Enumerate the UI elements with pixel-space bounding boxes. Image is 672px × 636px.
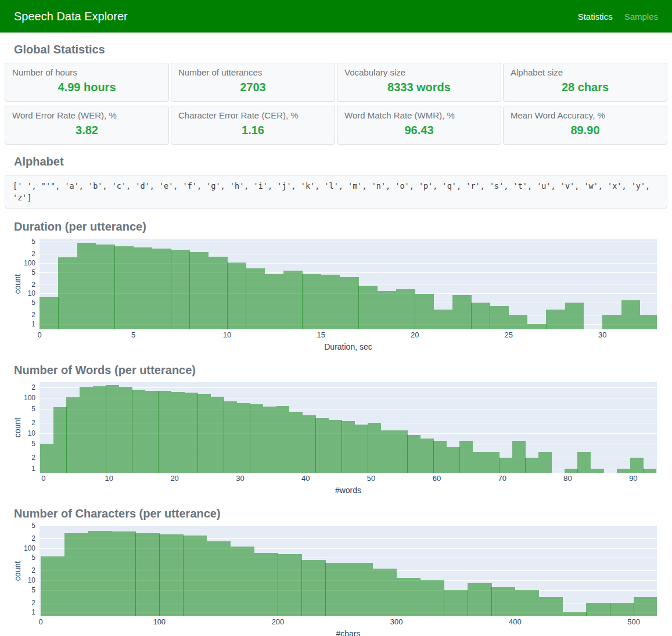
histogram-bar[interactable] <box>565 469 578 473</box>
histogram-bar[interactable] <box>358 286 378 329</box>
histogram-bar[interactable] <box>301 560 325 616</box>
histogram-bar[interactable] <box>621 300 641 329</box>
histogram-bar[interactable] <box>197 394 211 473</box>
histogram-bar[interactable] <box>302 274 321 329</box>
histogram-bar[interactable] <box>512 441 526 473</box>
histogram-bar[interactable] <box>265 274 284 329</box>
histogram-plot[interactable] <box>39 526 657 616</box>
histogram-bar[interactable] <box>53 407 67 473</box>
histogram-bar[interactable] <box>539 597 563 616</box>
histogram-bar[interactable] <box>246 268 265 329</box>
histogram-plot[interactable] <box>39 382 657 473</box>
histogram-bar[interactable] <box>231 547 254 616</box>
histogram-bar[interactable] <box>80 387 93 473</box>
histogram-bar[interactable] <box>250 404 263 473</box>
histogram-bar[interactable] <box>565 303 584 329</box>
histogram-bar[interactable] <box>447 447 460 473</box>
histogram-bar[interactable] <box>283 271 303 329</box>
histogram-bar[interactable] <box>515 590 539 616</box>
histogram-bar[interactable] <box>602 315 621 329</box>
histogram-bar[interactable] <box>114 246 134 329</box>
histogram-bar[interactable] <box>486 452 499 473</box>
histogram-bar[interactable] <box>189 252 209 329</box>
histogram-bar[interactable] <box>315 418 329 473</box>
histogram-bar[interactable] <box>630 458 644 473</box>
histogram-bar[interactable] <box>134 247 153 329</box>
histogram-bar[interactable] <box>88 531 112 616</box>
histogram-bar[interactable] <box>407 435 421 473</box>
histogram-bar[interactable] <box>610 603 634 616</box>
histogram-bar[interactable] <box>39 297 59 329</box>
histogram-bar[interactable] <box>355 425 368 473</box>
histogram-bar[interactable] <box>473 452 486 473</box>
histogram-bar[interactable] <box>577 452 591 473</box>
histogram-bar[interactable] <box>452 295 472 329</box>
histogram-bar[interactable] <box>421 580 444 616</box>
histogram-bar[interactable] <box>325 563 349 616</box>
histogram-bar[interactable] <box>183 536 207 616</box>
histogram-bar[interactable] <box>224 401 237 473</box>
histogram-bar[interactable] <box>591 469 604 473</box>
histogram-bar[interactable] <box>640 315 657 329</box>
histogram-bar[interactable] <box>135 533 159 616</box>
histogram-bar[interactable] <box>396 289 415 329</box>
nav-link-statistics[interactable]: Statistics <box>578 12 613 21</box>
histogram-bar[interactable] <box>207 541 231 616</box>
histogram-bar[interactable] <box>159 534 183 616</box>
histogram-bar[interactable] <box>41 556 64 616</box>
histogram-bar[interactable] <box>349 563 373 616</box>
histogram-bar[interactable] <box>96 245 115 329</box>
histogram-bar[interactable] <box>152 249 171 329</box>
histogram-bar[interactable] <box>499 458 512 473</box>
histogram-bar[interactable] <box>433 441 447 473</box>
histogram-plot[interactable] <box>39 239 657 329</box>
histogram-bar[interactable] <box>209 257 228 329</box>
histogram-bar[interactable] <box>643 469 656 473</box>
histogram-bar[interactable] <box>378 291 397 329</box>
histogram-bar[interactable] <box>368 423 381 473</box>
histogram-bar[interactable] <box>617 469 630 473</box>
histogram-bar[interactable] <box>158 391 171 473</box>
histogram-bar[interactable] <box>58 257 77 329</box>
histogram-bar[interactable] <box>415 294 434 330</box>
histogram-bar[interactable] <box>342 421 355 473</box>
histogram-bar[interactable] <box>171 392 185 473</box>
histogram-bar[interactable] <box>64 533 88 616</box>
histogram-bar[interactable] <box>329 420 342 473</box>
histogram-bar[interactable] <box>40 444 53 473</box>
histogram-bar[interactable] <box>254 553 278 616</box>
histogram-bar[interactable] <box>471 303 490 329</box>
histogram-bar[interactable] <box>397 578 421 616</box>
histogram-bar[interactable] <box>77 243 96 329</box>
histogram-bar[interactable] <box>278 554 301 616</box>
histogram-bar[interactable] <box>525 458 538 473</box>
histogram-bar[interactable] <box>538 452 552 473</box>
histogram-bar[interactable] <box>211 397 224 473</box>
histogram-bar[interactable] <box>145 391 159 473</box>
histogram-bar[interactable] <box>468 583 491 616</box>
histogram-bar[interactable] <box>237 403 250 473</box>
histogram-bar[interactable] <box>119 387 132 473</box>
histogram-bar[interactable] <box>444 590 468 616</box>
histogram-bar[interactable] <box>527 324 547 329</box>
histogram-bar[interactable] <box>263 407 276 473</box>
nav-link-samples[interactable]: Samples <box>624 12 658 21</box>
histogram-bar[interactable] <box>634 597 657 616</box>
histogram-bar[interactable] <box>563 612 587 616</box>
histogram-bar[interactable] <box>421 439 434 473</box>
histogram-bar[interactable] <box>185 393 198 473</box>
histogram-bar[interactable] <box>459 441 473 473</box>
histogram-bar[interactable] <box>546 310 565 329</box>
histogram-bar[interactable] <box>289 412 303 473</box>
histogram-bar[interactable] <box>394 430 408 473</box>
histogram-bar[interactable] <box>434 310 453 329</box>
histogram-bar[interactable] <box>303 415 316 473</box>
histogram-bar[interactable] <box>112 531 136 616</box>
histogram-bar[interactable] <box>132 390 145 473</box>
histogram-bar[interactable] <box>373 569 397 616</box>
histogram-bar[interactable] <box>490 306 509 329</box>
histogram-bar[interactable] <box>171 250 190 329</box>
histogram-bar[interactable] <box>276 406 290 473</box>
histogram-bar[interactable] <box>381 430 394 473</box>
histogram-bar[interactable] <box>66 397 80 473</box>
